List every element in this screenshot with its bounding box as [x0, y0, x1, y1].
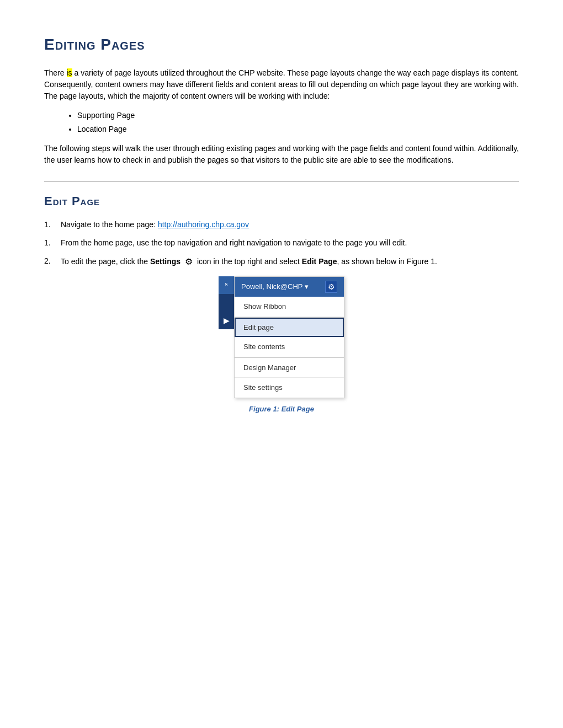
- list-item: Location Page: [77, 124, 519, 135]
- summary-paragraph: The following steps will walk the user t…: [44, 143, 519, 166]
- nav-bar-s: S: [219, 276, 234, 294]
- dropdown-item-design-manager[interactable]: Design Manager: [235, 358, 344, 378]
- steps-list: 1. Navigate to the home page: http://aut…: [44, 219, 519, 269]
- highlighted-word: is: [67, 68, 72, 77]
- section-title: Edit Page: [44, 192, 519, 210]
- step-text-end: , as shown below in Figure 1.: [337, 257, 437, 266]
- bullet-list: Supporting Page Location Page: [77, 110, 519, 135]
- home-page-link[interactable]: http://authoring.chp.ca.gov: [158, 220, 249, 229]
- nav-bar-arrow: ▶: [219, 312, 234, 329]
- step-text: Navigate to the home page:: [61, 220, 158, 229]
- gear-icon-inline: ⚙: [185, 255, 193, 269]
- dropdown-item-edit-page[interactable]: Edit page: [235, 318, 344, 338]
- step-content: From the home page, use the top navigati…: [61, 237, 519, 249]
- settings-dropdown: Powell, Nick@CHP ▾ ⚙ Show Ribbon Edit pa…: [234, 276, 344, 398]
- step-num: 2.: [44, 255, 61, 267]
- step-2: 2. To edit the page, click the Settings …: [44, 255, 519, 269]
- dropdown-wrapper: S ▶ Powell, Nick@CHP ▾ ⚙ Show Ribbon Edi…: [219, 276, 344, 398]
- settings-bold: Settings: [150, 257, 180, 266]
- step-text-after: icon in the top right and select: [197, 257, 302, 266]
- partial-nav-bars: S ▶: [219, 276, 234, 398]
- page-title: Editing Pages: [44, 33, 519, 56]
- dropdown-item-site-contents[interactable]: Site contents: [235, 337, 344, 357]
- nav-bar-spacer1: [219, 294, 234, 312]
- figure-container: S ▶ Powell, Nick@CHP ▾ ⚙ Show Ribbon Edi…: [44, 276, 519, 414]
- dropdown-item-site-settings[interactable]: Site settings: [235, 378, 344, 398]
- step-content: Navigate to the home page: http://author…: [61, 219, 519, 231]
- dropdown-user-name: Powell, Nick@CHP ▾: [241, 281, 309, 292]
- step-num: 1.: [44, 237, 61, 249]
- dropdown-header: Powell, Nick@CHP ▾ ⚙: [235, 277, 344, 297]
- intro-paragraph: There is a variety of page layouts utili…: [44, 67, 519, 102]
- section-divider: [44, 181, 519, 182]
- dropdown-gear-icon[interactable]: ⚙: [325, 281, 337, 293]
- list-item: Supporting Page: [77, 110, 519, 121]
- figure-label: Figure 1: Edit Page: [249, 405, 314, 413]
- step-num: 1.: [44, 219, 61, 231]
- step-content: To edit the page, click the Settings ⚙ i…: [61, 255, 519, 269]
- step-1a: 1. Navigate to the home page: http://aut…: [44, 219, 519, 231]
- figure-caption: Figure 1: Edit Page: [249, 404, 314, 415]
- dropdown-item-show-ribbon[interactable]: Show Ribbon: [235, 297, 344, 317]
- step-1b: 1. From the home page, use the top navig…: [44, 237, 519, 249]
- edit-page-bold: Edit Page: [302, 257, 337, 266]
- step-text-before: To edit the page, click the: [61, 257, 150, 266]
